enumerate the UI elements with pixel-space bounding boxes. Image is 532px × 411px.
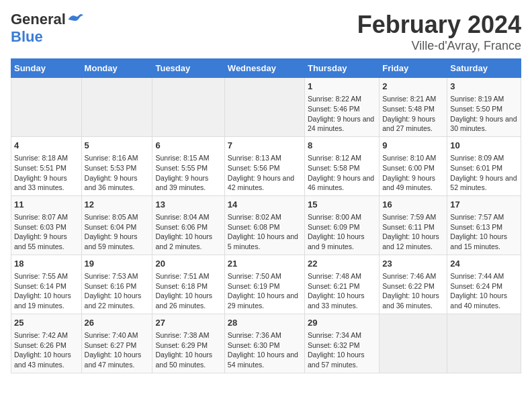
day-number: 8 bbox=[308, 140, 376, 152]
day-content: Sunrise: 7:44 AM Sunset: 6:24 PM Dayligh… bbox=[450, 271, 518, 311]
logo-bird-icon bbox=[67, 13, 83, 26]
day-number: 1 bbox=[308, 81, 376, 93]
day-number: 6 bbox=[155, 140, 221, 152]
calendar-cell: 8Sunrise: 8:12 AM Sunset: 5:58 PM Daylig… bbox=[304, 136, 379, 195]
day-content: Sunrise: 8:04 AM Sunset: 6:06 PM Dayligh… bbox=[155, 212, 221, 252]
calendar-cell: 21Sunrise: 7:50 AM Sunset: 6:19 PM Dayli… bbox=[224, 255, 304, 314]
day-content: Sunrise: 7:51 AM Sunset: 6:18 PM Dayligh… bbox=[155, 271, 221, 311]
page-title: February 2024 bbox=[357, 11, 521, 39]
day-content: Sunrise: 8:00 AM Sunset: 6:09 PM Dayligh… bbox=[308, 212, 376, 252]
day-number: 11 bbox=[14, 199, 79, 211]
day-content: Sunrise: 7:59 AM Sunset: 6:11 PM Dayligh… bbox=[382, 212, 444, 252]
calendar-cell bbox=[380, 314, 447, 373]
header-wednesday: Wednesday bbox=[224, 59, 304, 78]
day-number: 24 bbox=[450, 258, 518, 270]
logo: General Blue bbox=[11, 11, 83, 46]
calendar-cell: 22Sunrise: 7:48 AM Sunset: 6:21 PM Dayli… bbox=[304, 255, 379, 314]
day-number: 21 bbox=[228, 258, 302, 270]
day-number: 15 bbox=[308, 199, 376, 211]
header-row: SundayMondayTuesdayWednesdayThursdayFrid… bbox=[11, 59, 521, 78]
calendar-cell: 9Sunrise: 8:10 AM Sunset: 6:00 PM Daylig… bbox=[380, 136, 447, 195]
day-number: 28 bbox=[228, 317, 302, 329]
calendar-cell: 25Sunrise: 7:42 AM Sunset: 6:26 PM Dayli… bbox=[11, 314, 82, 373]
day-number: 18 bbox=[14, 258, 79, 270]
header-saturday: Saturday bbox=[447, 59, 521, 78]
header-tuesday: Tuesday bbox=[152, 59, 224, 78]
calendar-cell: 12Sunrise: 8:05 AM Sunset: 6:04 PM Dayli… bbox=[81, 195, 152, 255]
calendar-cell bbox=[447, 314, 521, 373]
calendar-cell: 24Sunrise: 7:44 AM Sunset: 6:24 PM Dayli… bbox=[447, 255, 521, 314]
calendar-cell: 10Sunrise: 8:09 AM Sunset: 6:01 PM Dayli… bbox=[447, 136, 521, 195]
day-number: 23 bbox=[382, 258, 444, 270]
calendar-cell: 26Sunrise: 7:40 AM Sunset: 6:27 PM Dayli… bbox=[81, 314, 152, 373]
day-content: Sunrise: 8:10 AM Sunset: 6:00 PM Dayligh… bbox=[382, 153, 444, 193]
day-number: 27 bbox=[155, 317, 221, 329]
day-number: 2 bbox=[382, 81, 444, 93]
header-monday: Monday bbox=[81, 59, 152, 78]
calendar-cell: 2Sunrise: 8:21 AM Sunset: 5:48 PM Daylig… bbox=[380, 78, 447, 137]
title-area: February 2024 Ville-d'Avray, France bbox=[357, 11, 521, 53]
calendar-cell: 11Sunrise: 8:07 AM Sunset: 6:03 PM Dayli… bbox=[11, 195, 82, 255]
calendar-cell: 29Sunrise: 7:34 AM Sunset: 6:32 PM Dayli… bbox=[304, 314, 379, 373]
day-content: Sunrise: 7:57 AM Sunset: 6:13 PM Dayligh… bbox=[450, 212, 518, 252]
week-row-4: 18Sunrise: 7:55 AM Sunset: 6:14 PM Dayli… bbox=[11, 255, 521, 314]
calendar-cell: 17Sunrise: 7:57 AM Sunset: 6:13 PM Dayli… bbox=[447, 195, 521, 255]
day-number: 7 bbox=[228, 140, 302, 152]
week-row-2: 4Sunrise: 8:18 AM Sunset: 5:51 PM Daylig… bbox=[11, 136, 521, 195]
day-content: Sunrise: 8:15 AM Sunset: 5:55 PM Dayligh… bbox=[155, 153, 221, 193]
calendar-cell: 7Sunrise: 8:13 AM Sunset: 5:56 PM Daylig… bbox=[224, 136, 304, 195]
logo-blue: Blue bbox=[11, 28, 43, 46]
calendar-cell: 4Sunrise: 8:18 AM Sunset: 5:51 PM Daylig… bbox=[11, 136, 82, 195]
day-content: Sunrise: 8:21 AM Sunset: 5:48 PM Dayligh… bbox=[382, 94, 444, 134]
calendar-cell: 19Sunrise: 7:53 AM Sunset: 6:16 PM Dayli… bbox=[81, 255, 152, 314]
calendar-cell bbox=[81, 78, 152, 137]
calendar-cell bbox=[224, 78, 304, 137]
day-number: 14 bbox=[228, 199, 302, 211]
day-number: 9 bbox=[382, 140, 444, 152]
calendar-cell: 15Sunrise: 8:00 AM Sunset: 6:09 PM Dayli… bbox=[304, 195, 379, 255]
day-number: 20 bbox=[155, 258, 221, 270]
calendar-cell: 13Sunrise: 8:04 AM Sunset: 6:06 PM Dayli… bbox=[152, 195, 224, 255]
day-content: Sunrise: 8:19 AM Sunset: 5:50 PM Dayligh… bbox=[450, 94, 518, 134]
calendar-cell: 6Sunrise: 8:15 AM Sunset: 5:55 PM Daylig… bbox=[152, 136, 224, 195]
header-friday: Friday bbox=[380, 59, 447, 78]
day-number: 29 bbox=[308, 317, 376, 329]
calendar-table: SundayMondayTuesdayWednesdayThursdayFrid… bbox=[11, 58, 521, 373]
week-row-5: 25Sunrise: 7:42 AM Sunset: 6:26 PM Dayli… bbox=[11, 314, 521, 373]
day-content: Sunrise: 8:18 AM Sunset: 5:51 PM Dayligh… bbox=[14, 153, 79, 193]
day-content: Sunrise: 7:50 AM Sunset: 6:19 PM Dayligh… bbox=[228, 271, 302, 311]
day-content: Sunrise: 8:07 AM Sunset: 6:03 PM Dayligh… bbox=[14, 212, 79, 252]
day-content: Sunrise: 8:16 AM Sunset: 5:53 PM Dayligh… bbox=[85, 153, 150, 193]
day-number: 16 bbox=[382, 199, 444, 211]
day-content: Sunrise: 7:36 AM Sunset: 6:30 PM Dayligh… bbox=[228, 330, 302, 370]
week-row-3: 11Sunrise: 8:07 AM Sunset: 6:03 PM Dayli… bbox=[11, 195, 521, 255]
day-number: 12 bbox=[85, 199, 150, 211]
day-content: Sunrise: 8:02 AM Sunset: 6:08 PM Dayligh… bbox=[228, 212, 302, 252]
day-content: Sunrise: 7:55 AM Sunset: 6:14 PM Dayligh… bbox=[14, 271, 79, 311]
logo-general: General bbox=[11, 11, 66, 28]
day-content: Sunrise: 7:46 AM Sunset: 6:22 PM Dayligh… bbox=[382, 271, 444, 311]
day-content: Sunrise: 7:38 AM Sunset: 6:29 PM Dayligh… bbox=[155, 330, 221, 370]
day-number: 26 bbox=[85, 317, 150, 329]
day-content: Sunrise: 7:53 AM Sunset: 6:16 PM Dayligh… bbox=[85, 271, 150, 311]
day-content: Sunrise: 8:09 AM Sunset: 6:01 PM Dayligh… bbox=[450, 153, 518, 193]
calendar-cell: 5Sunrise: 8:16 AM Sunset: 5:53 PM Daylig… bbox=[81, 136, 152, 195]
day-content: Sunrise: 7:34 AM Sunset: 6:32 PM Dayligh… bbox=[308, 330, 376, 370]
calendar-cell: 1Sunrise: 8:22 AM Sunset: 5:46 PM Daylig… bbox=[304, 78, 379, 137]
header-thursday: Thursday bbox=[304, 59, 379, 78]
calendar-cell: 28Sunrise: 7:36 AM Sunset: 6:30 PM Dayli… bbox=[224, 314, 304, 373]
header: General Blue February 2024 Ville-d'Avray… bbox=[11, 11, 521, 53]
day-content: Sunrise: 8:05 AM Sunset: 6:04 PM Dayligh… bbox=[85, 212, 150, 252]
day-content: Sunrise: 8:13 AM Sunset: 5:56 PM Dayligh… bbox=[228, 153, 302, 193]
header-sunday: Sunday bbox=[11, 59, 82, 78]
calendar-cell: 23Sunrise: 7:46 AM Sunset: 6:22 PM Dayli… bbox=[380, 255, 447, 314]
day-content: Sunrise: 7:42 AM Sunset: 6:26 PM Dayligh… bbox=[14, 330, 79, 370]
day-content: Sunrise: 8:22 AM Sunset: 5:46 PM Dayligh… bbox=[308, 94, 376, 134]
day-number: 10 bbox=[450, 140, 518, 152]
day-content: Sunrise: 7:40 AM Sunset: 6:27 PM Dayligh… bbox=[85, 330, 150, 370]
calendar-cell: 16Sunrise: 7:59 AM Sunset: 6:11 PM Dayli… bbox=[380, 195, 447, 255]
day-content: Sunrise: 7:48 AM Sunset: 6:21 PM Dayligh… bbox=[308, 271, 376, 311]
day-number: 4 bbox=[14, 140, 79, 152]
calendar-cell: 14Sunrise: 8:02 AM Sunset: 6:08 PM Dayli… bbox=[224, 195, 304, 255]
day-number: 3 bbox=[450, 81, 518, 93]
